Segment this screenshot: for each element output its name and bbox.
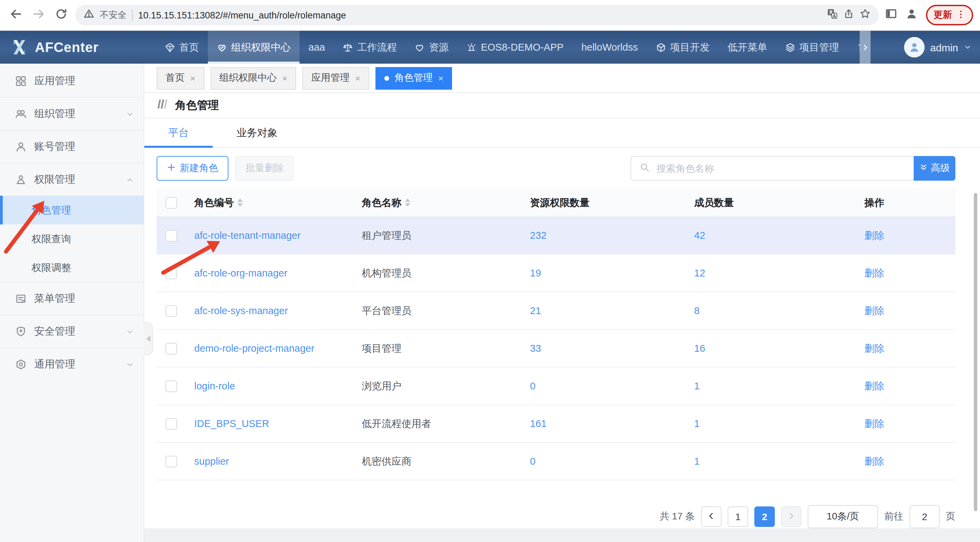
member-count-link[interactable]: 12 <box>694 268 705 279</box>
browser-update-button[interactable]: 更新 <box>926 5 973 26</box>
resource-permission-count-link[interactable]: 0 <box>530 456 536 467</box>
page-scrollbar-thumb[interactable] <box>974 193 977 511</box>
sort-carets-icon[interactable] <box>405 198 410 207</box>
member-count-link[interactable]: 8 <box>694 305 700 316</box>
view-tab-business-object[interactable]: 业务对象 <box>213 118 302 147</box>
sidebar-item-app-manage[interactable]: 应用管理 <box>0 65 144 97</box>
sidebar-item-permission-adjust[interactable]: 权限调整 <box>0 253 144 282</box>
side-panel-icon[interactable] <box>885 8 897 22</box>
sort-carets-icon[interactable] <box>237 198 243 207</box>
batch-delete-button[interactable]: 批量删除 <box>235 156 294 181</box>
delete-link[interactable]: 删除 <box>864 455 884 468</box>
nav-item-resource[interactable]: 资源 <box>406 31 458 64</box>
forward-arrow-icon[interactable] <box>32 7 45 23</box>
tab-home[interactable]: 首页× <box>157 67 204 89</box>
cell-checkbox <box>157 305 194 317</box>
resource-permission-count-link[interactable]: 19 <box>530 268 541 279</box>
brand[interactable]: AFCenter <box>10 31 99 64</box>
tab-app-manage[interactable]: 应用管理× <box>302 67 369 89</box>
header-cell-role-name[interactable]: 角色名称 <box>362 196 530 209</box>
sidebar-item-org-manage[interactable]: 组织管理 <box>0 98 144 130</box>
row-checkbox[interactable] <box>165 418 177 429</box>
reload-icon[interactable] <box>55 7 68 23</box>
row-checkbox[interactable] <box>165 456 177 467</box>
view-tab-platform[interactable]: 平台 <box>144 118 213 147</box>
delete-link[interactable]: 删除 <box>864 379 884 392</box>
url-text[interactable]: 10.15.15.151:13082/#/menu_auth/role/role… <box>138 10 821 20</box>
resource-permission-count-link[interactable]: 33 <box>530 343 541 354</box>
nav-item-home[interactable]: 首页 <box>156 31 208 64</box>
member-count-link[interactable]: 1 <box>694 418 700 429</box>
bookmark-star-icon[interactable] <box>860 8 870 22</box>
page-button-1[interactable]: 1 <box>728 507 748 527</box>
translate-icon[interactable] <box>827 8 838 22</box>
new-role-button[interactable]: 新建角色 <box>157 156 228 181</box>
page-button-2[interactable]: 2 <box>754 507 775 527</box>
next-page-button[interactable] <box>781 507 802 527</box>
member-count-link[interactable]: 42 <box>694 230 705 241</box>
role-code-link[interactable]: IDE_BPS_USER <box>194 418 269 429</box>
sidebar-item-menu-manage[interactable]: 菜单管理 <box>0 283 144 315</box>
page-size-select[interactable]: 10条/页 <box>808 505 878 528</box>
back-arrow-icon[interactable] <box>10 7 22 23</box>
nav-more-expander[interactable] <box>860 31 870 64</box>
delete-link[interactable]: 删除 <box>864 417 884 430</box>
search-input[interactable] <box>655 162 905 174</box>
nav-item-project-manage[interactable]: 项目管理 <box>776 31 848 64</box>
delete-link[interactable]: 删除 <box>864 266 884 279</box>
url-bar[interactable]: 不安全 10.15.15.151:13082/#/menu_auth/role/… <box>75 5 879 26</box>
select-all-checkbox[interactable] <box>165 197 177 208</box>
delete-link[interactable]: 删除 <box>864 304 884 317</box>
goto-page-input[interactable] <box>910 505 940 528</box>
row-checkbox[interactable] <box>165 230 177 241</box>
member-count-link[interactable]: 1 <box>694 381 700 391</box>
role-code-link[interactable]: afc-role-sys-manager <box>194 305 288 316</box>
nav-item-workflow[interactable]: 工作流程 <box>334 31 406 64</box>
tab-close-icon[interactable]: × <box>282 73 287 83</box>
kebab-menu-icon[interactable] <box>956 9 966 21</box>
role-code-link[interactable]: afc-role-org-manager <box>194 268 287 279</box>
tab-role-manage[interactable]: 角色管理× <box>375 67 452 89</box>
nav-item-master-data-manage[interactable]: 主数据管理 <box>848 31 860 64</box>
nav-item-helloworldss[interactable]: helloWorldss <box>573 31 647 64</box>
delete-link[interactable]: 删除 <box>864 229 884 242</box>
nav-item-eos8-demo-app[interactable]: EOS8-DEMO-APP <box>458 31 573 64</box>
resource-permission-count-link[interactable]: 21 <box>530 305 541 316</box>
tab-close-icon[interactable]: × <box>355 73 360 83</box>
nav-item-aaa[interactable]: aaa <box>299 31 334 64</box>
tab-close-icon[interactable]: × <box>190 73 195 83</box>
sidebar-item-account-manage[interactable]: 账号管理 <box>0 131 144 163</box>
sidebar-item-role-manage[interactable]: 角色管理 <box>0 196 144 225</box>
sidebar-item-general-manage[interactable]: 通用管理 <box>0 348 144 381</box>
sidebar-item-security-manage[interactable]: 安全管理 <box>0 316 144 348</box>
user-menu[interactable]: admin <box>904 31 972 64</box>
tab-org-auth-center[interactable]: 组织权限中心× <box>210 67 296 89</box>
row-checkbox[interactable] <box>165 380 177 392</box>
resource-permission-count-link[interactable]: 161 <box>530 418 546 429</box>
row-checkbox[interactable] <box>165 305 177 317</box>
role-code-link[interactable]: login-role <box>194 381 235 391</box>
nav-item-org-auth-center[interactable]: 组织权限中心 <box>208 31 299 64</box>
member-count-link[interactable]: 16 <box>694 343 705 354</box>
member-count-link[interactable]: 1 <box>694 456 700 467</box>
security-warning-icon[interactable] <box>83 8 94 22</box>
sidebar-item-permission-manage[interactable]: 权限管理 <box>0 164 144 196</box>
header-cell-role-code[interactable]: 角色编号 <box>194 196 362 209</box>
role-code-link[interactable]: demo-role-project-manager <box>194 343 314 354</box>
nav-item-project-dev[interactable]: 项目开发 <box>647 31 719 64</box>
row-checkbox[interactable] <box>165 343 177 354</box>
sidebar-collapse-handle[interactable] <box>144 322 153 355</box>
browser-profile-icon[interactable] <box>905 8 918 22</box>
resource-permission-count-link[interactable]: 232 <box>530 230 546 241</box>
pagination-total: 共 17 条 <box>660 510 695 523</box>
security-label[interactable]: 不安全 <box>100 9 127 21</box>
role-name-text: 租户管理员 <box>362 229 411 242</box>
prev-page-button[interactable] <box>701 507 721 527</box>
role-code-link[interactable]: supplier <box>194 456 229 467</box>
delete-link[interactable]: 删除 <box>864 342 884 355</box>
resource-permission-count-link[interactable]: 0 <box>530 381 536 391</box>
nav-item-lowcode-menu[interactable]: 低开菜单 <box>719 31 776 64</box>
tab-close-icon[interactable]: × <box>438 73 444 83</box>
share-icon[interactable] <box>843 8 854 22</box>
advanced-search-button[interactable]: 高级 <box>914 156 955 181</box>
